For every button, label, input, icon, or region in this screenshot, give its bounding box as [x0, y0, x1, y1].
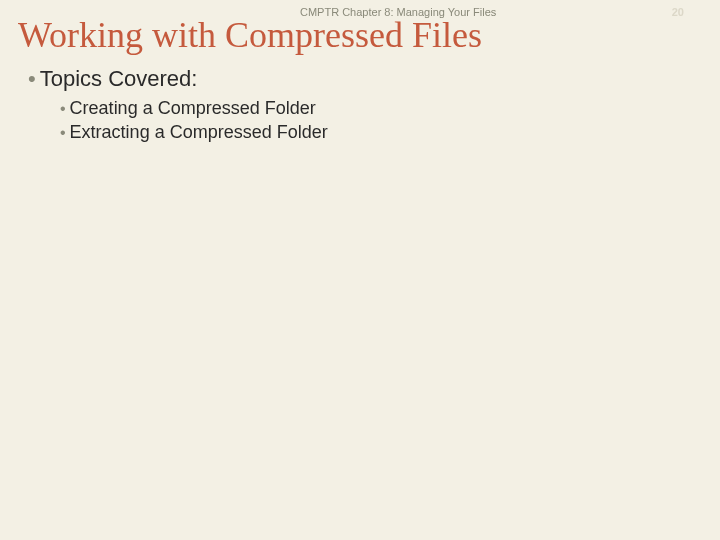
list-item-text: Extracting a Compressed Folder [70, 122, 328, 142]
bullet-icon: • [60, 124, 66, 141]
topics-heading: •Topics Covered: [28, 66, 328, 92]
content-area: •Topics Covered: •Creating a Compressed … [28, 66, 328, 146]
topics-heading-text: Topics Covered: [40, 66, 198, 91]
slide-title: Working with Compressed Files [18, 14, 482, 56]
list-item: •Extracting a Compressed Folder [60, 122, 328, 143]
bullet-icon: • [28, 66, 36, 91]
page-number: 20 [672, 6, 684, 18]
list-item-text: Creating a Compressed Folder [70, 98, 316, 118]
list-item: •Creating a Compressed Folder [60, 98, 328, 119]
bullet-icon: • [60, 100, 66, 117]
subtopics-list: •Creating a Compressed Folder •Extractin… [60, 98, 328, 143]
